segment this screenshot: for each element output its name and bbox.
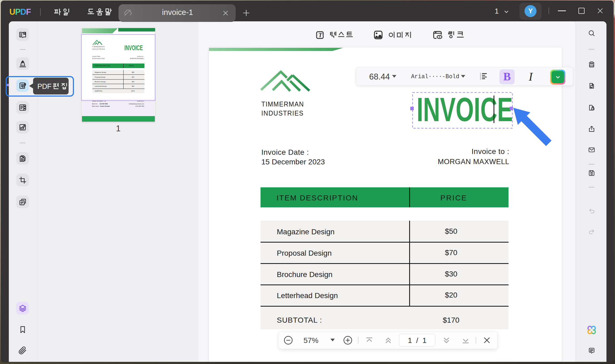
svg-text:OCR: OCR (590, 65, 594, 67)
svg-text:T: T (318, 32, 322, 38)
